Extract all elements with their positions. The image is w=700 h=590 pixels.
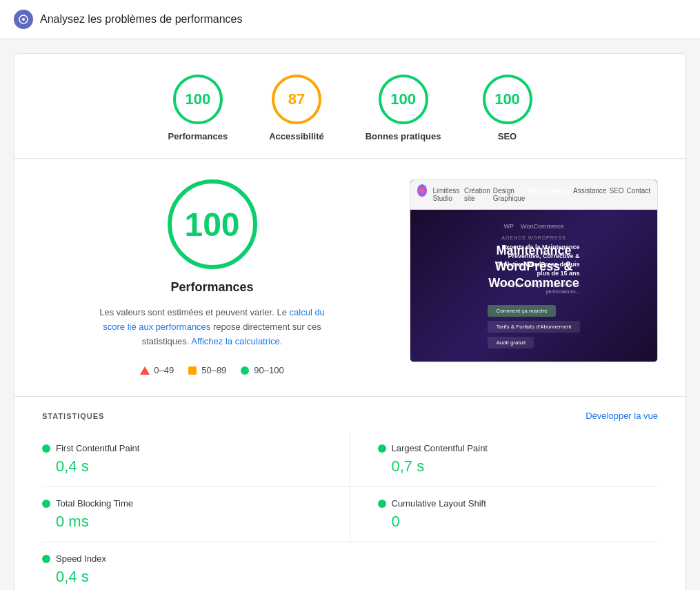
page-title: Analysez les problèmes de performances (40, 13, 242, 26)
nav-seo: SEO (609, 187, 623, 202)
stat-fcp-name-row: First Contentful Paint (42, 443, 322, 453)
seo-circle: 100 (483, 75, 532, 124)
page-header: Analysez les problèmes de performances (0, 0, 700, 39)
stat-lcp: Largest Contentful Paint 0,7 s (350, 432, 659, 487)
accessibility-circle: 87 (272, 75, 321, 124)
stat-si: Speed Index 0,4 s (42, 542, 350, 590)
stat-lcp-value: 0,7 s (392, 458, 659, 475)
stats-grid: First Contentful Paint 0,4 s Largest Con… (42, 432, 658, 590)
legend-item-orange: 50–89 (188, 365, 226, 375)
left-panel: 100 Performances Les valeurs sont estimé… (42, 179, 382, 375)
big-score-title: Performances (170, 280, 253, 295)
right-panel: Limitless Studio Création site Design Gr… (410, 179, 658, 362)
best-practices-label: Bonnes pratiques (366, 131, 441, 141)
stats-header: STATISTIQUES Développer la vue (42, 411, 658, 421)
screenshot-top-bar: Limitless Studio Création site Design Gr… (410, 180, 657, 210)
content-area: 100 Performances Les valeurs sont estimé… (14, 159, 686, 397)
stat-tbt-name-row: Total Blocking Time (42, 498, 322, 509)
screenshot-logo (417, 184, 427, 197)
stats-section: STATISTIQUES Développer la vue First Con… (14, 397, 686, 590)
stat-cls: Cumulative Layout Shift 0 (350, 487, 659, 542)
btn-comment: Comment ça marche (488, 305, 555, 317)
nav-studio: Limitless Studio (432, 187, 461, 202)
stat-tbt-name: Total Blocking Time (56, 498, 133, 509)
btn-tarifs: Tarifs & Forfaits d'Abonnement (488, 321, 579, 333)
legend-item-red: 0–49 (140, 365, 174, 375)
score-link-2[interactable]: Affichez la calculatrice (191, 336, 279, 346)
score-row: 100 Performances 87 Accessibilité 100 Bo… (14, 54, 686, 159)
stat-cls-value: 0 (392, 513, 659, 531)
triangle-icon (140, 366, 150, 375)
nav-assistance: Assistance (573, 187, 606, 202)
big-score-circle: 100 (168, 179, 257, 269)
main-card: 100 Performances 87 Accessibilité 100 Bo… (14, 53, 686, 590)
nav-creation: Création site (464, 187, 490, 202)
stat-si-dot (42, 555, 50, 563)
screenshot-nav-bar: Limitless Studio Création site Design Gr… (432, 187, 650, 202)
legend-row: 0–49 50–89 90–100 (140, 365, 283, 375)
screenshot-main-text: WP WooCommerce AGENCE WORDPRESS Maintena… (488, 223, 579, 348)
stats-title: STATISTIQUES (42, 412, 104, 420)
agency-tag: AGENCE WORDPRESS (488, 235, 579, 240)
wp-tag: WP (504, 223, 514, 230)
screenshot-content: WP WooCommerce AGENCE WORDPRESS Maintena… (410, 210, 657, 362)
screenshot-heading: MaintenanceWordPress &WooCommerce (488, 243, 579, 291)
stat-tbt: Total Blocking Time 0 ms (42, 487, 350, 542)
stat-fcp-value: 0,4 s (56, 458, 322, 475)
nav-maintenance: Maintenance (528, 187, 570, 202)
seo-label: SEO (498, 131, 517, 141)
screenshot-btns: Comment ça marche Tarifs & Forfaits d'Ab… (488, 298, 579, 348)
accessibility-label: Accessibilité (269, 131, 324, 141)
stat-si-value: 0,4 s (56, 568, 323, 586)
stat-fcp-dot (42, 444, 50, 453)
stat-cls-name: Cumulative Layout Shift (392, 498, 486, 509)
screenshot-box: Limitless Studio Création site Design Gr… (410, 179, 658, 362)
score-description: Les valeurs sont estimées et peuvent var… (95, 306, 330, 348)
stat-cls-name-row: Cumulative Layout Shift (378, 498, 659, 509)
performances-label: Performances (168, 131, 228, 141)
stat-si-name-row: Speed Index (42, 553, 323, 564)
score-accessibility: 87 Accessibilité (269, 75, 324, 141)
svg-point-1 (22, 18, 25, 21)
nav-design: Design Graphique (493, 187, 526, 202)
stat-tbt-value: 0 ms (56, 513, 322, 531)
score-seo: 100 SEO (483, 75, 532, 141)
btn-audit: Audit gratuit (488, 337, 534, 348)
nav-contact: Contact (627, 187, 650, 202)
stat-lcp-name: Largest Contentful Paint (392, 443, 488, 453)
stat-empty (350, 542, 659, 590)
stat-cls-dot (378, 500, 386, 508)
performances-circle: 100 (173, 75, 223, 124)
stat-si-name: Speed Index (56, 553, 106, 564)
score-performances: 100 Performances (168, 75, 228, 141)
square-icon (188, 366, 197, 375)
legend-item-green: 90–100 (240, 365, 283, 375)
stat-lcp-dot (378, 444, 386, 453)
stat-fcp-name: First Contentful Paint (56, 443, 139, 453)
expand-button[interactable]: Développer la vue (586, 411, 658, 421)
stat-fcp: First Contentful Paint 0,4 s (42, 432, 350, 487)
stat-lcp-name-row: Largest Contentful Paint (378, 443, 659, 453)
stat-tbt-dot (42, 500, 50, 508)
score-best-practices: 100 Bonnes pratiques (366, 75, 441, 141)
circle-icon (240, 366, 250, 375)
header-icon (14, 10, 33, 29)
best-practices-circle: 100 (379, 75, 428, 124)
woo-tag: WooCommerce (521, 223, 563, 230)
